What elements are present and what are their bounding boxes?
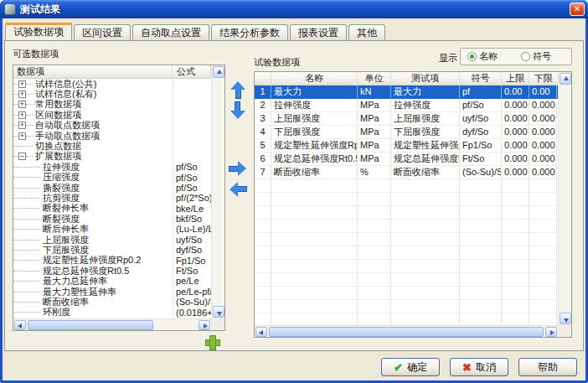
move-up-icon[interactable] [230, 80, 246, 100]
ok-button-label: 确定 [407, 360, 427, 375]
scroll-down-icon[interactable] [213, 306, 224, 318]
cell-symbol [460, 233, 502, 246]
table-empty-row[interactable] [255, 273, 558, 287]
close-icon[interactable]: ✕ [570, 3, 585, 16]
table-empty-row[interactable] [255, 193, 558, 206]
tree-vertical-scrollbar[interactable] [211, 65, 224, 318]
cell-upper-limit [502, 313, 529, 325]
tab-report-settings[interactable]: 报表设置 [290, 24, 347, 40]
dialog-window: 测试结果 ✕ 试验数据项 区间设置 自动取点设置 结果分析参数 报表设置 其他 … [0, 0, 588, 383]
table-hscroll-thumb[interactable] [269, 327, 544, 337]
tab-interval-settings[interactable]: 区间设置 [74, 24, 131, 40]
cell-name: 上屈服强度 [271, 112, 358, 126]
tree-item[interactable]: 环刚度(0.0186+C [13, 308, 211, 318]
radio-name[interactable]: 名称 [467, 50, 498, 63]
table-empty-row[interactable] [255, 206, 558, 220]
help-button[interactable]: 帮助 [518, 358, 577, 376]
tree-horizontal-scrollbar[interactable] [13, 318, 211, 330]
cell-symbol [460, 246, 502, 260]
tree-connector [13, 229, 40, 230]
arrow-bar [238, 186, 247, 192]
cell-unit: % [358, 166, 391, 179]
radio-symbol[interactable]: 符号 [521, 50, 551, 63]
cell-lower-limit [529, 313, 557, 325]
add-icon[interactable] [204, 334, 219, 349]
cell-name [271, 193, 358, 206]
tree-item-formula: (Lu-Le)/Le [176, 224, 211, 234]
cancel-button[interactable]: ✖ 取消 [450, 358, 508, 376]
display-label: 显示 [439, 52, 457, 65]
cell-upper-limit: 0.000 [502, 166, 529, 179]
tab-result-analysis-params[interactable]: 结果分析参数 [211, 24, 288, 40]
table-empty-row[interactable] [255, 220, 558, 233]
tree-item-formula: pf/So [176, 183, 211, 193]
scroll-left-icon[interactable] [255, 327, 267, 337]
table-empty-row[interactable] [255, 179, 558, 193]
table-row[interactable]: 2拉伸强度MPa拉伸强度pf/So0.0000.000 [255, 99, 558, 112]
cell-lower-limit: 0.000 [529, 166, 557, 179]
move-left-icon[interactable] [228, 181, 248, 198]
tab-test-data-items[interactable]: 试验数据项 [5, 23, 72, 40]
radio-unselected-icon [521, 52, 530, 61]
table-row[interactable]: 1最大力kN最大力pf0.000.00 [255, 85, 558, 99]
cell-row-number [255, 313, 271, 325]
scroll-up-icon[interactable] [213, 66, 224, 78]
table-row[interactable]: 4下屈服强度MPa下屈服强度dyf/So0.0000.000 [255, 126, 558, 139]
table-empty-row[interactable] [255, 313, 558, 325]
table-row[interactable]: 5规定塑性延伸强度Rp0.2MPa规定塑性延伸强度Rp0.2Fp1/So0.00… [255, 139, 558, 153]
table-empty-row[interactable] [255, 300, 558, 313]
cross-icon: ✖ [462, 361, 472, 374]
header-symbol: 符号 [460, 72, 502, 85]
expand-icon[interactable]: + [18, 111, 26, 119]
tab-other[interactable]: 其他 [348, 24, 385, 40]
tree-connector [26, 104, 33, 105]
cell-test-item: 上屈服强度 [391, 112, 460, 126]
cell-symbol: uyf/So [460, 112, 502, 126]
cell-upper-limit [502, 260, 529, 273]
table-row[interactable]: 7断面收缩率%断面收缩率(So-Su)/So0.0000.000 [255, 166, 558, 179]
header-unit: 单位 [358, 72, 391, 85]
cell-upper-limit: 0.000 [502, 139, 529, 153]
table-empty-row[interactable] [255, 233, 558, 246]
expand-icon[interactable]: + [18, 122, 26, 129]
tree-hscroll-thumb[interactable] [28, 320, 153, 330]
cell-lower-limit [529, 233, 557, 246]
scroll-right-icon[interactable] [545, 327, 557, 337]
tree-item-formula: pf/So [176, 162, 211, 172]
tree-header-formula: 公式 [173, 65, 211, 78]
scroll-down-icon[interactable] [560, 313, 571, 324]
tree-item-formula: bke/Le [176, 204, 211, 214]
table-row[interactable]: 3上屈服强度MPa上屈服强度uyf/So0.0000.000 [255, 112, 558, 126]
table-empty-row[interactable] [255, 246, 558, 260]
tree-connector [13, 271, 40, 272]
ok-button[interactable]: ✔ 确定 [381, 358, 440, 376]
cell-symbol: pf [460, 85, 502, 99]
collapse-icon[interactable]: − [18, 153, 26, 160]
table-horizontal-scrollbar[interactable] [255, 325, 558, 337]
scroll-right-icon[interactable] [199, 320, 210, 330]
cell-symbol: Fp1/So [460, 139, 502, 153]
cell-name: 最大力 [271, 85, 358, 99]
cell-unit: MPa [358, 112, 391, 126]
table-vertical-scrollbar[interactable] [558, 72, 571, 325]
tree-connector [13, 302, 40, 303]
expand-icon[interactable]: + [18, 91, 26, 98]
cell-lower-limit: 0.000 [529, 112, 557, 126]
move-down-icon[interactable] [230, 101, 246, 121]
table-empty-row[interactable] [255, 260, 558, 273]
tab-auto-point-settings[interactable]: 自动取点设置 [132, 24, 209, 40]
cell-upper-limit: 0.00 [502, 85, 529, 99]
move-right-icon[interactable] [228, 160, 248, 177]
scrollbar-corner [558, 325, 571, 337]
expand-icon[interactable]: + [18, 101, 26, 108]
table-empty-row[interactable] [255, 287, 558, 300]
tree-item-formula: pe/Le-pf/( [176, 287, 211, 297]
scroll-left-icon[interactable] [14, 320, 26, 330]
expand-icon[interactable]: + [18, 80, 26, 88]
scroll-up-icon[interactable] [560, 73, 571, 85]
cell-row-number: 4 [255, 126, 271, 139]
table-row[interactable]: 6规定总延伸强度Rt0.5MPa规定总延伸强度Rt0.5Ft/So0.0000.… [255, 153, 558, 166]
cell-name [271, 273, 358, 287]
cell-row-number [255, 273, 271, 287]
expand-icon[interactable]: + [18, 132, 26, 140]
